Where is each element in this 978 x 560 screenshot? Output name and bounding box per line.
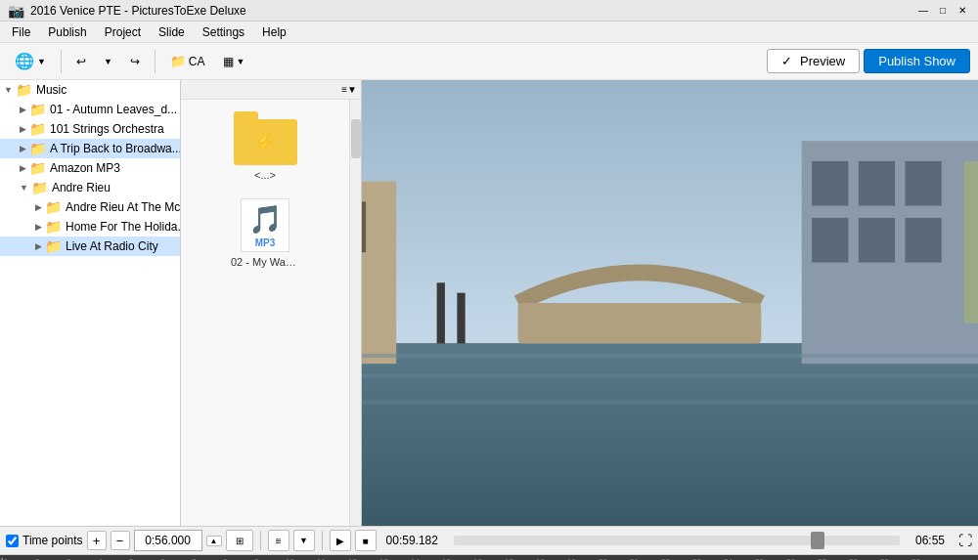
time-points-check-input[interactable]: [6, 535, 19, 547]
file-viewer-content[interactable]: ⚡ <...> 🎵 MP3 02 - My Way....: [181, 100, 349, 526]
undo-icon: ↩: [76, 55, 86, 68]
sort-icon[interactable]: ≡▼: [341, 84, 357, 95]
tree-item-101strings[interactable]: ▶ 📁 101 Strings Orchestra: [0, 119, 180, 139]
tree-item-mc[interactable]: ▶ 📁 Andre Rieu At The Mc...: [0, 197, 180, 217]
mp3-icon: 🎵 MP3: [241, 198, 289, 252]
add-point-button[interactable]: +: [87, 531, 107, 550]
app-icon: 📷: [8, 3, 24, 19]
redo-button[interactable]: ↪: [123, 48, 147, 75]
folder-icon: 📁: [45, 219, 62, 235]
folder-icon: 📁: [45, 199, 62, 215]
new-icon: 🌐: [15, 52, 34, 70]
time-up-button[interactable]: ▲: [206, 536, 222, 546]
time-input[interactable]: [134, 530, 202, 551]
file-browser: ▼ 📁 Music ▶ 📁 01 - Autumn Leaves_d... ▶ …: [0, 80, 181, 526]
expand-arrow: ▼: [20, 183, 28, 193]
scrollbar-thumb: [351, 119, 361, 158]
timeline-area: 1 0:10:100:200:300:400:501:01:101:201:30…: [0, 555, 978, 560]
timeline-position-slider[interactable]: [454, 536, 900, 545]
menubar: File Publish Project Slide Settings Help: [0, 22, 978, 43]
tree-item-music[interactable]: ▼ 📁 Music: [0, 80, 180, 100]
svg-rect-18: [905, 161, 941, 206]
undo-history-icon: ▼: [104, 57, 112, 66]
tree-item-autumn[interactable]: ▶ 📁 01 - Autumn Leaves_d...: [0, 100, 180, 119]
sep2: [155, 50, 156, 73]
folder-icon: 📁: [16, 82, 32, 98]
stop-button[interactable]: ■: [355, 530, 377, 551]
mp3-file-item[interactable]: 🎵 MP3 02 - My Way....: [227, 194, 303, 272]
preview-check-icon: ✓: [781, 54, 792, 68]
venice-svg: [362, 80, 978, 526]
ctrl-sep1: [260, 531, 261, 550]
file-viewer-scrollbar[interactable]: [349, 100, 361, 526]
close-button[interactable]: ✕: [955, 3, 970, 19]
menu-button[interactable]: ≡: [268, 530, 289, 551]
publish-button[interactable]: Publish Show: [864, 49, 970, 73]
svg-rect-10: [362, 182, 396, 365]
venice-preview: [362, 80, 978, 526]
svg-rect-16: [812, 161, 848, 206]
file-viewer: ≡▼ ⚡ <...> 🎵 MP3: [181, 80, 362, 526]
tree-item-holiday[interactable]: ▶ 📁 Home For The Holida...: [0, 217, 180, 237]
tree-item-broadway[interactable]: ▶ 📁 A Trip Back to Broadwa...: [0, 139, 180, 158]
folder-icon: 📁: [31, 180, 48, 195]
new-button[interactable]: 🌐 ▼: [8, 48, 53, 75]
preview-button[interactable]: ✓ Preview: [767, 49, 860, 73]
maximize-button[interactable]: □: [935, 3, 951, 19]
minimize-button[interactable]: —: [915, 3, 931, 19]
undo-history-button[interactable]: ▼: [97, 48, 119, 75]
expand-arrow: ▶: [35, 222, 42, 232]
current-timestamp: 00:59.182: [380, 534, 444, 547]
svg-rect-30: [362, 400, 978, 404]
expand-arrow: ▶: [35, 241, 42, 251]
svg-rect-1: [362, 343, 978, 526]
play-button[interactable]: ▶: [330, 530, 351, 551]
menu-help[interactable]: Help: [254, 23, 294, 41]
expand-button[interactable]: ⛶: [958, 533, 972, 548]
folder-icon: 📁: [29, 121, 46, 137]
align-button[interactable]: ⊞: [226, 530, 253, 551]
folder-icon: 📁: [29, 160, 46, 176]
tree-item-radio-city[interactable]: ▶ 📁 Live At Radio City: [0, 237, 180, 256]
menu-settings[interactable]: Settings: [195, 23, 252, 41]
path-label: CA: [189, 55, 205, 68]
time-points-checkbox[interactable]: Time points: [6, 534, 83, 547]
align-icon: ⊞: [236, 536, 244, 546]
undo-button[interactable]: ↩: [69, 48, 93, 75]
menu-publish[interactable]: Publish: [40, 23, 94, 41]
svg-rect-13: [362, 201, 366, 252]
sep1: [61, 50, 62, 73]
svg-rect-26: [437, 282, 445, 343]
remove-point-button[interactable]: −: [111, 531, 130, 550]
path-button[interactable]: 📁 CA: [163, 48, 212, 75]
svg-rect-29: [362, 374, 978, 378]
menu-project[interactable]: Project: [97, 23, 149, 41]
folder-icon: 📁: [29, 102, 46, 117]
expand-arrow: ▶: [20, 124, 26, 134]
dropdown-icon: ▼: [37, 57, 46, 66]
main-area: ▼ 📁 Music ▶ 📁 01 - Autumn Leaves_d... ▶ …: [0, 80, 978, 526]
redo-icon: ↪: [130, 55, 140, 68]
grid-icon: ▦: [223, 55, 234, 68]
svg-rect-28: [362, 354, 978, 358]
mp3-label: 02 - My Way....: [231, 256, 299, 268]
menu-slide[interactable]: Slide: [151, 23, 193, 41]
expand-arrow: ▶: [35, 202, 42, 212]
folder-up-label: <...>: [254, 169, 276, 181]
folder-up-item[interactable]: ⚡ <...>: [230, 108, 301, 185]
svg-rect-17: [859, 161, 895, 206]
tree-item-andre[interactable]: ▼ 📁 Andre Rieu: [0, 178, 180, 197]
svg-rect-21: [905, 218, 941, 263]
view-toggle-button[interactable]: ▦ ▼: [216, 48, 252, 75]
window-title: 2016 Venice PTE - PicturesToExe Deluxe: [30, 4, 246, 18]
timeline-controls: Time points + − ▲ ⊞ ≡ ▼ ▶ ■ 00:59.182 06…: [0, 526, 978, 555]
folder-icon: 📁: [45, 238, 62, 254]
menu-file[interactable]: File: [4, 23, 38, 41]
dropdown-button[interactable]: ▼: [293, 530, 315, 551]
svg-rect-22: [964, 161, 978, 323]
timeline-wrapper: 1 0:10:100:200:300:400:501:01:101:201:30…: [0, 555, 978, 560]
expand-arrow: ▼: [4, 85, 13, 95]
tree-item-amazon[interactable]: ▶ 📁 Amazon MP3: [0, 158, 180, 178]
file-browser-tree[interactable]: ▼ 📁 Music ▶ 📁 01 - Autumn Leaves_d... ▶ …: [0, 80, 180, 526]
slider-thumb: [811, 532, 824, 549]
